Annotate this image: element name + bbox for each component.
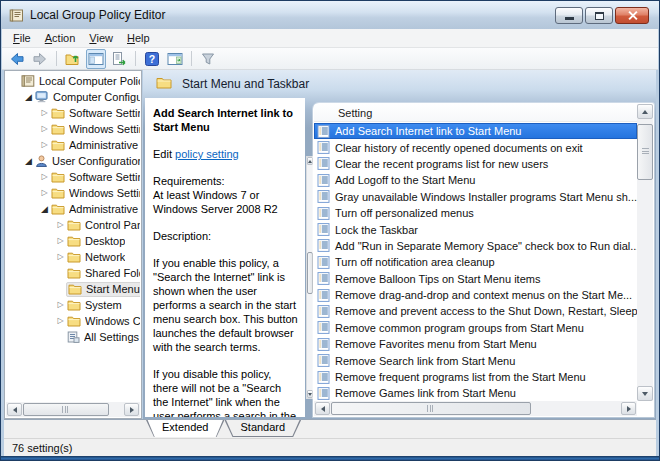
help-icon[interactable]: ?: [142, 49, 162, 69]
close-icon: [627, 10, 638, 21]
tree-item-software-settings[interactable]: ▷Software Settings: [5, 169, 140, 185]
tree-item-windows-components[interactable]: ▷Windows Components: [5, 313, 140, 329]
scroll-right-button[interactable]: [621, 402, 636, 415]
setting-row[interactable]: Lock the Taskbar: [314, 221, 637, 237]
setting-row[interactable]: Remove Games link from Start Menu: [314, 385, 637, 401]
setting-row[interactable]: Remove Balloon Tips on Start Menu items: [314, 271, 637, 287]
scrollbar-thumb[interactable]: [23, 403, 109, 416]
setting-label: Clear the recent programs list for new u…: [335, 158, 548, 170]
setting-row[interactable]: Add "Run in Separate Memory Space" check…: [314, 238, 637, 254]
policy-setting-icon: [317, 305, 330, 318]
console-tree: Local Computer Policy◢Computer Configura…: [5, 73, 140, 402]
menu-view[interactable]: View: [82, 30, 120, 46]
expander-expanded-icon[interactable]: ◢: [23, 89, 34, 105]
expander-collapsed-icon[interactable]: ▷: [39, 121, 50, 137]
expander-collapsed-icon[interactable]: ▷: [55, 313, 66, 329]
setting-label: Lock the Taskbar: [335, 224, 418, 236]
scrollbar-thumb[interactable]: [637, 124, 653, 180]
expander-collapsed-icon[interactable]: ▷: [55, 233, 66, 249]
scrollbar-thumb[interactable]: [331, 402, 531, 415]
expander-collapsed-icon[interactable]: ▷: [55, 297, 66, 313]
tree-item-administrative-templates[interactable]: ◢Administrative Templates: [5, 201, 140, 217]
setting-column-header[interactable]: Setting: [314, 104, 637, 122]
tree-item-windows-settings[interactable]: ▷Windows Settings: [5, 121, 140, 137]
up-one-level-icon[interactable]: [63, 49, 83, 69]
toolbar-separator: [56, 51, 57, 66]
policy-setting-icon: [317, 371, 330, 384]
setting-label: Remove Balloon Tips on Start Menu items: [335, 273, 540, 285]
tree-item-all-settings[interactable]: All Settings: [5, 329, 140, 345]
tree-item-computer-configuration[interactable]: ◢Computer Configuration: [5, 89, 140, 105]
tree-item-network[interactable]: ▷Network: [5, 249, 140, 265]
back-icon[interactable]: [7, 49, 27, 69]
setting-label: Clear history of recently opened documen…: [335, 142, 583, 154]
expander-collapsed-icon[interactable]: ▷: [55, 249, 66, 265]
setting-row[interactable]: Gray unavailable Windows Installer progr…: [314, 189, 637, 205]
scroll-up-button[interactable]: [637, 104, 653, 119]
setting-row[interactable]: Add Logoff to the Start Menu: [314, 172, 637, 188]
list-vertical-scrollbar[interactable]: [637, 104, 653, 401]
show-console-tree-icon[interactable]: [86, 49, 106, 69]
tab-extended[interactable]: Extended: [146, 420, 224, 437]
setting-row[interactable]: Remove common program groups from Start …: [314, 320, 637, 336]
filter-icon[interactable]: [198, 49, 218, 69]
maximize-button[interactable]: [585, 7, 613, 24]
tree-item-local-computer-policy[interactable]: Local Computer Policy: [5, 73, 140, 89]
tree-item-user-configuration[interactable]: ◢User Configuration: [5, 153, 140, 169]
close-button[interactable]: [615, 7, 649, 24]
scroll-right-button[interactable]: [124, 403, 139, 416]
setting-row[interactable]: Remove frequent programs list from the S…: [314, 369, 637, 385]
tree-item-windows-settings[interactable]: ▷Windows Settings: [5, 185, 140, 201]
tree-item-label: Network: [85, 251, 125, 263]
list-horizontal-scrollbar[interactable]: [314, 401, 637, 416]
menu-action[interactable]: Action: [38, 30, 83, 46]
setting-row[interactable]: Turn off personalized menus: [314, 205, 637, 221]
forward-icon[interactable]: [30, 49, 50, 69]
menu-help[interactable]: Help: [120, 30, 157, 46]
description-paragraph: If you disable this policy, there will n…: [153, 367, 298, 417]
minimize-icon: [565, 17, 574, 20]
scroll-left-button[interactable]: [7, 403, 22, 416]
tree-item-desktop[interactable]: ▷Desktop: [5, 233, 140, 249]
setting-row[interactable]: Add Search Internet link to Start Menu: [314, 123, 637, 139]
scroll-left-button[interactable]: [315, 402, 330, 415]
tab-standard[interactable]: Standard: [224, 420, 301, 437]
tree-item-label: Control Panel: [85, 219, 140, 231]
setting-row[interactable]: Remove Favorites menu from Start Menu: [314, 336, 637, 352]
expander-collapsed-icon[interactable]: ▷: [39, 185, 50, 201]
tree-item-start-menu-and-taskbar[interactable]: Start Menu and Taskbar: [5, 281, 140, 297]
scroll-down-button[interactable]: [637, 386, 653, 401]
folder-icon: [67, 299, 81, 311]
tree-item-label: Windows Components: [85, 315, 140, 327]
setting-row[interactable]: Remove and prevent access to the Shut Do…: [314, 303, 637, 319]
tree-item-system[interactable]: ▷System: [5, 297, 140, 313]
tree-item-software-settings[interactable]: ▷Software Settings: [5, 105, 140, 121]
setting-row[interactable]: Clear history of recently opened documen…: [314, 139, 637, 155]
expander-expanded-icon[interactable]: ◢: [39, 201, 50, 217]
setting-row[interactable]: Remove drag-and-drop and context menus o…: [314, 287, 637, 303]
tree-item-administrative-templates[interactable]: ▷Administrative Templates: [5, 137, 140, 153]
minimize-button[interactable]: [555, 7, 583, 24]
setting-row[interactable]: Turn off notification area cleanup: [314, 254, 637, 270]
title-bar[interactable]: Local Group Policy Editor: [1, 1, 659, 29]
setting-label: Add Search Internet link to Start Menu: [335, 125, 522, 137]
setting-label: Remove drag-and-drop and context menus o…: [335, 289, 632, 301]
expander-collapsed-icon[interactable]: ▷: [39, 169, 50, 185]
expander-collapsed-icon[interactable]: ▷: [39, 137, 50, 153]
show-action-pane-icon[interactable]: [165, 49, 185, 69]
result-pane-title: Start Menu and Taskbar: [182, 77, 309, 91]
setting-label: Remove and prevent access to the Shut Do…: [335, 305, 637, 317]
tree-horizontal-scrollbar[interactable]: [6, 402, 140, 417]
expander-collapsed-icon[interactable]: ▷: [39, 105, 50, 121]
setting-row[interactable]: Clear the recent programs list for new u…: [314, 156, 637, 172]
menu-file[interactable]: File: [6, 30, 38, 46]
expander-expanded-icon[interactable]: ◢: [23, 153, 34, 169]
tree-item-control-panel[interactable]: ▷Control Panel: [5, 217, 140, 233]
export-list-icon[interactable]: [109, 49, 129, 69]
setting-row[interactable]: Remove Search link from Start Menu: [314, 352, 637, 368]
policy-setting-icon: [317, 272, 330, 285]
policy-setting-link[interactable]: policy setting: [175, 148, 239, 160]
tree-item-shared-folders[interactable]: Shared Folders: [5, 265, 140, 281]
expander-collapsed-icon[interactable]: ▷: [55, 217, 66, 233]
tree-item-label: System: [85, 299, 122, 311]
